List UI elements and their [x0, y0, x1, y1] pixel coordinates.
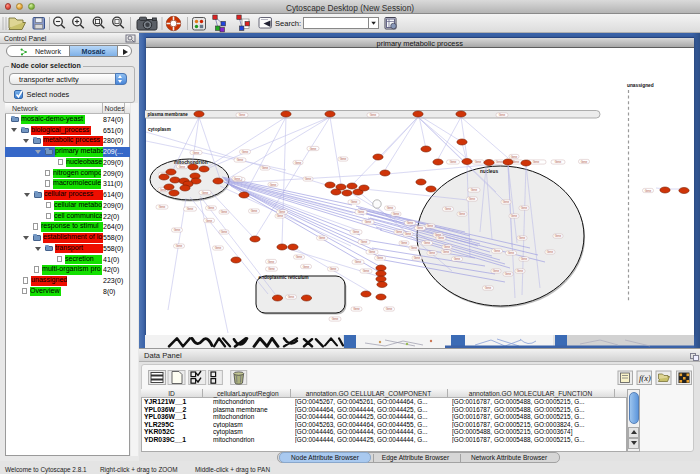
- svg-text:Gene: Gene: [319, 236, 326, 240]
- svg-text:Gene: Gene: [445, 207, 452, 211]
- svg-text:Gene: Gene: [386, 307, 393, 311]
- svg-text:Gene: Gene: [427, 224, 434, 228]
- svg-text:Gene: Gene: [499, 113, 506, 117]
- svg-text:Gene: Gene: [401, 241, 408, 245]
- svg-text:Gene: Gene: [405, 232, 412, 236]
- svg-text:Gene: Gene: [353, 307, 360, 311]
- svg-text:Gene: Gene: [493, 269, 500, 273]
- svg-text:Gene: Gene: [411, 246, 418, 250]
- svg-text:unassigned: unassigned: [627, 83, 654, 88]
- svg-text:Gene: Gene: [202, 191, 209, 195]
- svg-text:Gene: Gene: [310, 147, 317, 151]
- svg-text:Gene: Gene: [363, 269, 370, 273]
- svg-text:Gene: Gene: [496, 160, 503, 164]
- svg-text:Gene: Gene: [511, 214, 518, 218]
- svg-text:Gene: Gene: [407, 221, 414, 225]
- svg-text:Gene: Gene: [279, 210, 286, 214]
- svg-text:Gene: Gene: [519, 236, 526, 240]
- svg-text:Gene: Gene: [424, 241, 431, 245]
- svg-text:Gene: Gene: [521, 257, 528, 261]
- svg-text:Gene: Gene: [193, 151, 200, 155]
- svg-text:Gene: Gene: [288, 295, 295, 299]
- svg-text:Search:: Search:: [275, 19, 301, 28]
- svg-text:Gene: Gene: [353, 230, 360, 234]
- svg-text:Gene: Gene: [237, 158, 244, 162]
- svg-text:Gene: Gene: [277, 214, 284, 218]
- svg-text:Gene: Gene: [494, 249, 501, 253]
- svg-text:Gene: Gene: [215, 246, 222, 250]
- svg-text:Gene: Gene: [242, 150, 249, 154]
- svg-text:Gene: Gene: [417, 226, 424, 230]
- svg-text:Gene: Gene: [393, 212, 400, 216]
- svg-text:Gene: Gene: [262, 166, 269, 170]
- svg-text:Gene: Gene: [503, 200, 510, 204]
- svg-text:Gene: Gene: [511, 155, 518, 159]
- svg-text:Gene: Gene: [377, 256, 384, 260]
- svg-text:Gene: Gene: [475, 160, 482, 164]
- svg-text:Gene: Gene: [355, 260, 362, 264]
- svg-text:Gene: Gene: [454, 257, 461, 261]
- svg-text:Gene: Gene: [555, 160, 562, 164]
- svg-text:Gene: Gene: [508, 251, 515, 255]
- svg-text:Gene: Gene: [221, 230, 228, 234]
- svg-text:cytoplasm: cytoplasm: [148, 127, 171, 132]
- svg-text:Gene: Gene: [239, 113, 246, 117]
- svg-text:Gene: Gene: [555, 234, 562, 238]
- svg-text:Gene: Gene: [365, 220, 372, 224]
- svg-text:Gene: Gene: [159, 205, 166, 209]
- svg-text:Gene: Gene: [176, 244, 183, 248]
- svg-text:Gene: Gene: [521, 206, 528, 210]
- svg-text:Gene: Gene: [469, 197, 476, 201]
- svg-text:Gene: Gene: [450, 160, 457, 164]
- svg-text:Gene: Gene: [303, 265, 310, 269]
- svg-text:Gene: Gene: [221, 210, 228, 214]
- svg-text:Gene: Gene: [513, 160, 520, 164]
- svg-text:Gene: Gene: [387, 206, 394, 210]
- svg-text:Gene: Gene: [295, 161, 302, 165]
- svg-text:Gene: Gene: [332, 317, 339, 321]
- svg-text:Gene: Gene: [296, 255, 303, 259]
- svg-text:plasma membrane: plasma membrane: [148, 112, 189, 117]
- svg-text:Gene: Gene: [358, 210, 365, 214]
- svg-text:Gene: Gene: [305, 177, 312, 181]
- svg-text:Gene: Gene: [208, 206, 215, 210]
- svg-text:Gene: Gene: [268, 267, 275, 271]
- svg-text:endoplasmic reticulum: endoplasmic reticulum: [259, 275, 309, 280]
- svg-text:Gene: Gene: [268, 260, 275, 264]
- svg-text:Gene: Gene: [174, 228, 181, 232]
- svg-text:Gene: Gene: [471, 188, 478, 192]
- svg-text:Gene: Gene: [429, 251, 436, 255]
- svg-text:Gene: Gene: [270, 183, 277, 187]
- svg-text:Gene: Gene: [485, 286, 492, 290]
- svg-text:Gene: Gene: [443, 250, 450, 254]
- svg-text:Gene: Gene: [581, 160, 588, 164]
- svg-text:Gene: Gene: [206, 219, 213, 223]
- svg-text:Gene: Gene: [330, 267, 337, 271]
- svg-text:Gene: Gene: [369, 250, 376, 254]
- svg-text:Gene: Gene: [251, 209, 258, 213]
- svg-text:Gene: Gene: [444, 245, 451, 249]
- svg-text:nucleus: nucleus: [480, 169, 498, 174]
- svg-text:Gene: Gene: [396, 230, 403, 234]
- svg-text:Gene: Gene: [414, 256, 421, 260]
- svg-text:Gene: Gene: [361, 240, 368, 244]
- svg-text:Gene: Gene: [234, 177, 241, 181]
- svg-text:Gene: Gene: [645, 189, 652, 193]
- svg-text:Gene: Gene: [505, 272, 512, 276]
- svg-text:Gene: Gene: [459, 212, 466, 216]
- svg-text:Gene: Gene: [187, 207, 194, 211]
- svg-text:f(x): f(x): [639, 373, 651, 383]
- svg-text:Gene: Gene: [438, 236, 445, 240]
- svg-text:Gene: Gene: [533, 160, 540, 164]
- svg-text:Gene: Gene: [340, 157, 347, 161]
- svg-text:Gene: Gene: [179, 165, 186, 169]
- svg-text:Gene: Gene: [351, 200, 358, 204]
- svg-text:Gene: Gene: [517, 269, 524, 273]
- svg-text:Gene: Gene: [547, 250, 554, 254]
- svg-text:Gene: Gene: [370, 113, 377, 117]
